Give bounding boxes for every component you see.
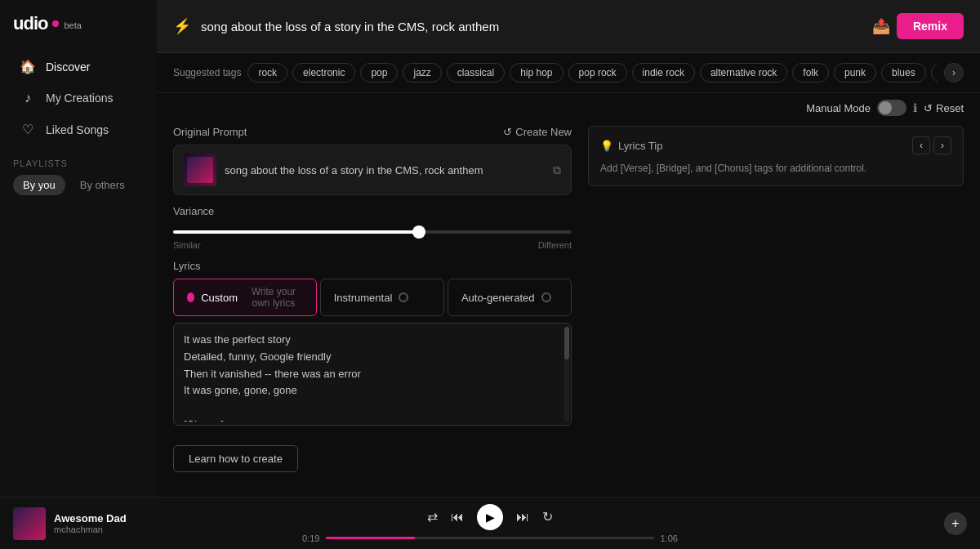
time-total: 1:06 (661, 533, 678, 543)
share-button[interactable]: 📤 (872, 17, 890, 35)
prompt-input[interactable] (201, 20, 862, 33)
reset-icon: ↺ (924, 102, 933, 114)
tip-prev-button[interactable]: ‹ (912, 136, 930, 154)
prev-button[interactable]: ⏮ (451, 510, 464, 524)
tip-icon: 💡 (600, 140, 613, 152)
tag-pop-rock[interactable]: pop rock (568, 63, 627, 83)
tab-by-you[interactable]: By you (13, 175, 65, 195)
variance-labels: Similar Different (173, 240, 572, 250)
lyrics-section: Lyrics Custom Write your own lyrics Inst… (173, 260, 572, 426)
create-new-button[interactable]: ↺ Create New (503, 126, 572, 138)
lyrics-textarea-wrapper: It was the perfect story Detailed, funny… (173, 323, 572, 426)
lyrics-tab-auto-generated[interactable]: Auto-generated (448, 279, 572, 316)
variance-slider[interactable] (173, 230, 572, 234)
variance-section: Variance Similar Different (173, 205, 572, 250)
beta-label: beta (64, 20, 81, 30)
time-current: 0:19 (302, 533, 319, 543)
prompt-thumbnail (184, 154, 216, 186)
player-artist: mchachman (54, 524, 127, 534)
lyrics-tab-instrumental[interactable]: Instrumental (320, 279, 444, 316)
learn-section: Learn how to create (157, 435, 980, 482)
sidebar-item-liked-songs-label: Liked Songs (46, 123, 109, 136)
original-prompt-section: Original Prompt ↺ Create New (173, 126, 572, 138)
heart-icon: ♡ (20, 122, 36, 137)
player-track-title: Awesome Dad (54, 512, 127, 524)
copy-icon[interactable]: ⧉ (553, 163, 561, 177)
manual-mode-toggle[interactable] (877, 100, 906, 116)
lyrics-tip-text: Add [Verse], [Bridge], and [Chorus] tags… (600, 161, 951, 176)
scrollbar-track[interactable] (564, 327, 569, 422)
tip-next-button[interactable]: › (933, 136, 951, 154)
logo-text: udio (13, 13, 47, 34)
manual-mode-label: Manual Mode (806, 102, 871, 114)
sidebar-item-discover[interactable]: 🏠 Discover (7, 51, 150, 83)
variance-header: Variance (173, 205, 572, 217)
similar-label: Similar (173, 240, 201, 250)
tags-more-button[interactable]: › (944, 63, 964, 83)
create-new-icon: ↺ (503, 126, 512, 138)
tag-indie-rock[interactable]: indie rock (632, 63, 695, 83)
progress-row: 0:19 1:06 (302, 533, 678, 543)
auto-tab-label: Auto-generated (461, 292, 535, 304)
manual-mode-row: Manual Mode ℹ ↺ Reset (157, 93, 980, 116)
tag-jazz[interactable]: jazz (403, 63, 441, 83)
tag-experimental[interactable]: experimental (931, 63, 938, 83)
music-icon: ♪ (20, 91, 36, 105)
tag-punk[interactable]: punk (834, 63, 876, 83)
player-bar: Awesome Dad mchachman ⇄ ⏮ ▶ ⏭ ↻ 0:19 1:0… (0, 497, 980, 549)
player-track-info: Awesome Dad mchachman (13, 507, 170, 540)
tags-section: Suggested tags rock electronic pop jazz … (157, 53, 980, 93)
tag-electronic[interactable]: electronic (292, 63, 355, 83)
progress-track[interactable] (326, 537, 653, 539)
reset-button[interactable]: ↺ Reset (924, 102, 964, 114)
tag-folk[interactable]: folk (792, 63, 829, 83)
player-controls: ⇄ ⏮ ▶ ⏭ ↻ (427, 504, 553, 530)
playlist-tabs: By you By others (0, 175, 157, 195)
tip-nav: ‹ › (912, 136, 951, 154)
scrollbar-thumb (564, 327, 569, 359)
original-prompt-text: song about the loss of a story in the CM… (225, 164, 545, 176)
sidebar-item-my-creations-label: My Creations (46, 92, 113, 105)
tags-label: Suggested tags (173, 67, 241, 78)
reset-label: Reset (936, 102, 964, 114)
sidebar-item-my-creations[interactable]: ♪ My Creations (7, 83, 150, 114)
tag-alternative-rock[interactable]: alternative rock (700, 63, 787, 83)
repeat-button[interactable]: ↻ (542, 509, 553, 524)
prompt-thumb-inner (187, 157, 213, 183)
left-column: Original Prompt ↺ Create New song about … (173, 126, 588, 426)
tag-pop[interactable]: pop (360, 63, 398, 83)
next-button[interactable]: ⏭ (516, 510, 529, 524)
different-label: Different (538, 240, 572, 250)
original-prompt-card: song about the loss of a story in the CM… (173, 145, 572, 195)
player-thumbnail (13, 507, 46, 540)
player-center: ⇄ ⏮ ▶ ⏭ ↻ 0:19 1:06 (170, 504, 810, 543)
prompt-actions: 📤 Remix (872, 13, 964, 39)
sidebar: udio beta 🏠 Discover ♪ My Creations ♡ Li… (0, 0, 157, 549)
tag-hip-hop[interactable]: hip hop (510, 63, 563, 83)
shuffle-button[interactable]: ⇄ (427, 509, 438, 524)
sidebar-item-liked-songs[interactable]: ♡ Liked Songs (7, 114, 150, 145)
manual-mode-info-icon[interactable]: ℹ (913, 101, 917, 114)
play-button[interactable]: ▶ (477, 504, 503, 530)
right-column: 💡 Lyrics Tip ‹ › Add [Verse], [Bridge], … (588, 126, 964, 426)
lyrics-tip: 💡 Lyrics Tip ‹ › Add [Verse], [Bridge], … (588, 126, 964, 186)
lyrics-tab-custom[interactable]: Custom Write your own lyrics (173, 279, 317, 316)
sidebar-item-discover-label: Discover (46, 60, 90, 74)
lyrics-tip-title: 💡 Lyrics Tip (600, 140, 662, 152)
lyrics-tip-header: 💡 Lyrics Tip ‹ › (600, 136, 951, 154)
remix-button[interactable]: Remix (897, 13, 964, 39)
toggle-knob (879, 101, 892, 114)
tab-by-others[interactable]: By others (70, 175, 135, 195)
lyrics-tabs: Custom Write your own lyrics Instrumenta… (173, 279, 572, 316)
prompt-bar: ⚡ 📤 Remix (157, 0, 980, 53)
lyrics-textarea[interactable]: It was the perfect story Detailed, funny… (174, 324, 571, 422)
custom-sublabel: Write your own lyrics (244, 286, 303, 309)
tag-classical[interactable]: classical (447, 63, 505, 83)
add-to-playlist-button[interactable]: + (944, 512, 967, 535)
learn-how-button[interactable]: Learn how to create (173, 445, 298, 472)
tag-rock[interactable]: rock (247, 63, 287, 83)
instrumental-radio (399, 292, 408, 302)
lightning-icon: ⚡ (173, 17, 191, 35)
lyrics-label: Lyrics (173, 260, 572, 272)
tag-blues[interactable]: blues (881, 63, 926, 83)
